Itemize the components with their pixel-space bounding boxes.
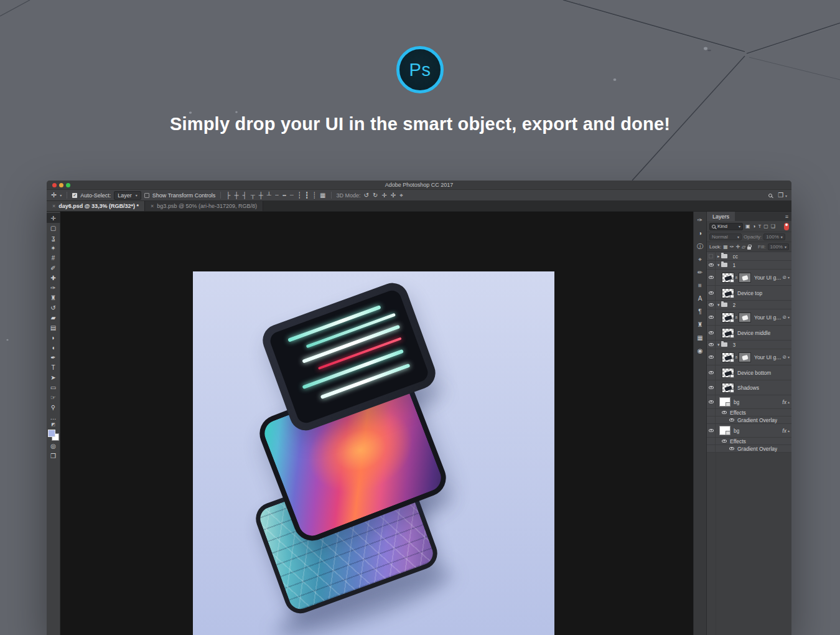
navigator-icon[interactable]: ⌖ [694, 253, 706, 266]
visibility-cell[interactable] [707, 309, 716, 325]
visibility-cell[interactable] [707, 326, 716, 340]
visibility-eye-icon[interactable] [709, 263, 714, 266]
layer-row-1[interactable]: ▾1 [707, 261, 791, 270]
layer-row-bg[interactable]: bgfx▴ [707, 395, 791, 409]
align-left-edges-icon[interactable]: ├ [226, 192, 230, 199]
brush-presets-icon[interactable]: ✏ [694, 266, 706, 279]
layer-row-gradient-overlay[interactable]: Gradient Overlay [707, 416, 791, 424]
3d-roll-icon[interactable]: ↻ [373, 192, 378, 199]
workspace-switcher-icon[interactable]: ❐ ▾ [778, 192, 787, 199]
tool-edit-toolbar[interactable]: … [47, 412, 60, 422]
layer-thumbnail[interactable] [722, 368, 734, 378]
tool-eraser-tool[interactable]: ▰ [47, 313, 60, 322]
tool-blur-tool[interactable]: ◗ [47, 332, 60, 342]
properties-icon[interactable]: ≡ [694, 279, 706, 292]
filter-adjustment-layers-icon[interactable]: ◑ [753, 223, 756, 229]
visibility-empty-icon[interactable] [709, 254, 713, 258]
opacity-dropdown[interactable]: 100% ▾ [763, 233, 785, 240]
close-tab-icon[interactable]: × [52, 203, 55, 209]
fill-dropdown[interactable]: 100% ▾ [768, 243, 789, 250]
layer-row-3[interactable]: ▾3 [707, 341, 791, 349]
layer-row-2[interactable]: ▾2 [707, 301, 791, 309]
visibility-eye-icon[interactable] [709, 355, 714, 359]
align-vertical-centers-icon[interactable]: ┼ [259, 192, 263, 199]
quick-mask-mode-icon[interactable]: ◎ [47, 441, 60, 451]
filter-smart-objects-icon[interactable]: ❏ [771, 223, 775, 229]
3d-slide-icon[interactable]: ✢ [391, 192, 396, 199]
lock-artboard-icon[interactable]: ▱ [742, 244, 745, 250]
smart-object-thumbnail[interactable] [722, 273, 734, 283]
tool-pen-tool[interactable]: ✒ [47, 352, 60, 362]
group-chevron-icon[interactable]: ▾ [717, 342, 720, 347]
layer-row-device-top[interactable]: Device top [707, 286, 791, 301]
filter-type-layers-icon[interactable]: T [758, 223, 761, 229]
styles-icon[interactable]: ◉ [694, 344, 706, 357]
tool-dodge-tool[interactable]: ◖ [47, 342, 60, 352]
tool-hand-tool[interactable]: ☞ [47, 392, 60, 402]
visibility-cell[interactable] [707, 438, 716, 444]
filter-shape-layers-icon[interactable]: ▢ [763, 223, 768, 229]
close-window-icon[interactable] [52, 183, 57, 187]
group-chevron-icon[interactable]: ▾ [717, 303, 720, 308]
align-top-edges-icon[interactable]: ┬ [251, 192, 255, 199]
tool-healing-brush-tool[interactable]: ✚ [47, 273, 60, 283]
smart-filters-icon[interactable]: ⊘ [782, 275, 786, 280]
visibility-eye-icon[interactable] [709, 276, 714, 279]
character-icon[interactable]: A [694, 292, 706, 305]
auto-select-dropdown[interactable]: Layer ▾ [114, 191, 141, 200]
layer-thumbnail[interactable] [722, 328, 734, 338]
zoom-window-icon[interactable] [66, 183, 70, 187]
visibility-eye-icon[interactable] [722, 411, 727, 414]
visibility-eye-icon[interactable] [729, 447, 734, 450]
document-canvas[interactable] [60, 212, 693, 635]
layer-row-effects[interactable]: Effects [707, 438, 791, 445]
distribute-right-edges-icon[interactable]: ┊ [312, 192, 316, 199]
screen-mode-icon[interactable]: ❐ [47, 451, 60, 461]
visibility-eye-icon[interactable] [709, 303, 714, 306]
visibility-cell[interactable] [707, 270, 716, 285]
3d-zoom-icon[interactable]: ⌖ [399, 192, 403, 199]
visibility-cell[interactable] [707, 301, 716, 309]
smart-object-thumbnail[interactable] [722, 352, 734, 362]
document-tab-bg3[interactable]: × bg3.psb @ 50% (ari-he-317209, RGB/8) [145, 201, 263, 211]
tool-path-selection-tool[interactable]: ➤ [47, 372, 60, 382]
lock-all-icon[interactable] [747, 247, 751, 250]
visibility-cell[interactable] [707, 286, 716, 300]
layer-row-cc[interactable]: ▸cc [707, 252, 791, 261]
tool-lasso-tool[interactable]: ʓ [47, 233, 60, 243]
visibility-eye-icon[interactable] [709, 386, 714, 389]
brush-settings-icon[interactable]: ✑ [694, 214, 706, 227]
tool-gradient-tool[interactable]: ▤ [47, 322, 60, 332]
layer-row-bg[interactable]: bgfx▴ [707, 424, 791, 438]
tool-shape-tool[interactable]: ▭ [47, 382, 60, 392]
collapse-chevron-icon[interactable]: ▴ [788, 428, 790, 433]
distribute-top-edges-icon[interactable]: ┄ [275, 192, 279, 199]
filter-pixel-layers-icon[interactable]: ▣ [745, 223, 750, 229]
visibility-cell[interactable] [707, 395, 716, 408]
lock-image-pixels-icon[interactable]: ✑ [730, 244, 734, 250]
visibility-eye-icon[interactable] [709, 371, 714, 374]
tool-preset-chevron-icon[interactable]: ▾ [60, 193, 62, 197]
layer-row-your-ui-g-[interactable]: 8Your UI g…⊘▾ [707, 270, 791, 286]
tool-history-brush-tool[interactable]: ↺ [47, 303, 60, 313]
tool-quick-selection-tool[interactable]: ✶ [47, 243, 60, 253]
bg-layer-thumbnail[interactable] [719, 397, 730, 407]
visibility-cell[interactable] [707, 261, 716, 269]
tool-crop-tool[interactable]: # [47, 253, 60, 263]
smart-object-thumbnail[interactable] [722, 313, 734, 322]
auto-align-layers-icon[interactable]: ▦ [320, 192, 325, 199]
visibility-eye-icon[interactable] [709, 291, 714, 294]
visibility-cell[interactable] [707, 409, 716, 416]
layer-row-gradient-overlay[interactable]: Gradient Overlay [707, 445, 791, 453]
tool-zoom-tool[interactable]: ⚲ [47, 402, 60, 412]
swap-colors-icon[interactable]: ◩ [51, 422, 55, 428]
bg-layer-thumbnail[interactable] [719, 426, 730, 435]
tool-move-tool[interactable]: ✛ [47, 213, 60, 223]
document-tab-day6[interactable]: × day6.psd @ 33,3% (RGB/32*) * [47, 201, 145, 211]
tool-brush-tool[interactable]: ✑ [47, 283, 60, 293]
align-right-edges-icon[interactable]: ┤ [243, 192, 247, 199]
search-icon[interactable] [768, 194, 772, 197]
layer-row-shadows[interactable]: Shadows [707, 380, 791, 395]
minimize-window-icon[interactable] [59, 183, 63, 187]
align-horizontal-centers-icon[interactable]: ┼ [234, 192, 238, 199]
